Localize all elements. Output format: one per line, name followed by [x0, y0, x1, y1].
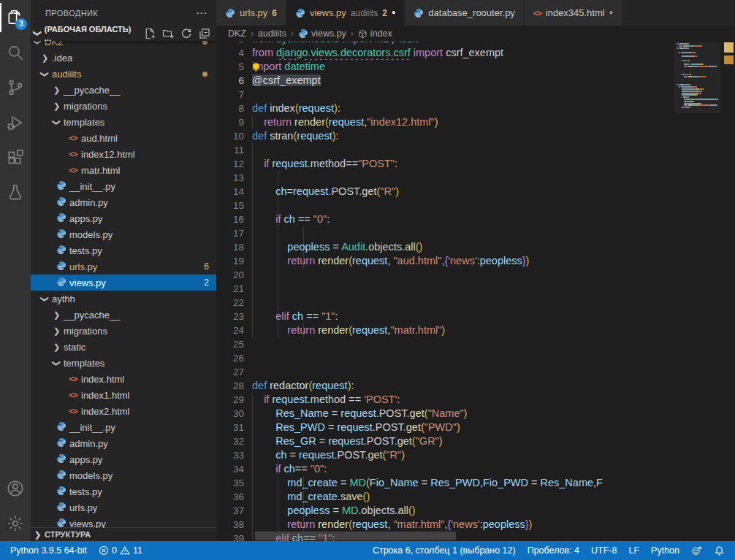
tree-item-models-py[interactable]: models.py: [31, 467, 216, 483]
line-number[interactable]: 25: [216, 337, 244, 351]
code-line-34[interactable]: 34 if ch== "0":: [216, 462, 722, 476]
code-line-9[interactable]: 9 return render(request,"index12.html"): [216, 115, 722, 129]
code-line-31[interactable]: 31 Res_PWD = request.POST.get("PWD"): [216, 421, 722, 434]
new-file-icon[interactable]: [144, 28, 156, 39]
line-number[interactable]: 14: [216, 185, 244, 199]
tree-item-tests-py[interactable]: tests.py: [31, 483, 216, 499]
indentation-status[interactable]: Пробелов: 4: [522, 541, 585, 560]
tree-item-apps-py[interactable]: apps.py: [31, 451, 216, 467]
settings-activity-icon[interactable]: [0, 506, 31, 541]
breadcrumb-item-dkz[interactable]: DKZ: [228, 28, 246, 39]
line-number[interactable]: 27: [216, 365, 244, 379]
tree-item--init-py[interactable]: __init__.py: [31, 178, 216, 194]
code-line-36[interactable]: 36 md_create.save(): [216, 490, 722, 504]
line-number[interactable]: 6: [216, 74, 244, 88]
accounts-activity-icon[interactable]: [0, 471, 31, 506]
tree-item--idea[interactable]: ❯.idea: [31, 50, 216, 66]
line-number[interactable]: 10: [216, 129, 244, 143]
python-interpreter-status[interactable]: Python 3.9.5 64-bit: [4, 541, 93, 560]
breadcrumb-item-audiiits[interactable]: audiiits: [258, 28, 286, 39]
tree-item-tests-py[interactable]: tests.py: [31, 242, 216, 258]
horizontal-scrollbar[interactable]: [255, 532, 456, 540]
line-number[interactable]: 31: [216, 421, 244, 434]
line-number[interactable]: 21: [216, 282, 244, 296]
tree-item-templates[interactable]: ❯templates: [31, 114, 216, 130]
line-number[interactable]: 8: [216, 101, 244, 115]
feedback-button[interactable]: [685, 541, 708, 560]
tree-item-audiiits[interactable]: ❯audiiits: [31, 66, 216, 82]
encoding-status[interactable]: UTF-8: [585, 541, 622, 560]
line-number[interactable]: 5: [216, 60, 244, 74]
breadcrumb-item-views-py[interactable]: views.py: [298, 28, 346, 39]
line-number[interactable]: 13: [216, 171, 244, 185]
tree-item-templates[interactable]: ❯templates: [31, 355, 216, 371]
breadcrumb-item-index[interactable]: index: [358, 28, 392, 39]
code-line-38[interactable]: 38 return render(request, "matr.html",{'…: [216, 518, 722, 532]
tree-item--init-py[interactable]: __init__.py: [31, 419, 216, 435]
tree-item-urls-py[interactable]: urls.py6: [31, 258, 216, 275]
lightbulb-icon[interactable]: [251, 61, 262, 72]
line-number[interactable]: 18: [216, 240, 244, 254]
outline-section-header[interactable]: ❯ СТРУКТУРА: [31, 528, 216, 541]
code-line-12[interactable]: 12 if request.method=="POST":: [216, 157, 722, 171]
line-number[interactable]: 11: [216, 143, 244, 157]
unsaved-dot[interactable]: ●: [392, 9, 395, 16]
tree-item-apps-py[interactable]: apps.py: [31, 210, 216, 226]
collapse-all-icon[interactable]: [199, 28, 210, 39]
code-line-5[interactable]: 5import datetime: [216, 60, 722, 74]
line-number[interactable]: 7: [216, 88, 244, 101]
code-line-28[interactable]: 28def redactor(request):: [216, 379, 722, 393]
tree-item--pycache-[interactable]: ❯__pycache__: [31, 82, 216, 98]
line-number[interactable]: 15: [216, 199, 244, 212]
tab-views-py[interactable]: views.pyaudiiits2●: [286, 0, 405, 26]
tree-item-index12-html[interactable]: <>index12.html: [31, 146, 216, 162]
tree-item-views-py[interactable]: views.py: [31, 515, 216, 528]
tab-database-roouter-py[interactable]: database_roouter.py: [405, 0, 525, 26]
line-number[interactable]: 35: [216, 476, 244, 490]
code-line-14[interactable]: 14 ch=request.POST.get("R"): [216, 185, 722, 199]
tree-item-static[interactable]: ❯static: [31, 339, 216, 355]
search-activity-icon[interactable]: [0, 35, 31, 70]
code-line-18[interactable]: 18 peopless = Audit.objects.all(): [216, 240, 722, 254]
code-line-17[interactable]: 17: [216, 226, 722, 240]
tree-item-views-py[interactable]: views.py2: [31, 275, 216, 291]
problems-status[interactable]: 0 11: [93, 541, 148, 560]
line-number[interactable]: 19: [216, 254, 244, 268]
code-line-27[interactable]: 27: [216, 365, 722, 379]
line-number[interactable]: 20: [216, 268, 244, 282]
refresh-icon[interactable]: [180, 28, 192, 39]
code-line-15[interactable]: 15: [216, 199, 722, 212]
tree-item-admin-py[interactable]: admin.py: [31, 194, 216, 210]
code-line-4[interactable]: 4from django.views.decorators.csrf impor…: [216, 46, 722, 60]
line-number[interactable]: 23: [216, 310, 244, 323]
code-line-13[interactable]: 13: [216, 171, 722, 185]
line-number[interactable]: 28: [216, 379, 244, 393]
workspace-section-header[interactable]: ❯ (РАБОЧАЯ ОБЛАСТЬ) ...: [31, 26, 216, 41]
code-line-10[interactable]: 10def stran(request):: [216, 129, 722, 143]
tree-item-index2-html[interactable]: <>index2.html: [31, 403, 216, 419]
overview-ruler[interactable]: [723, 0, 735, 541]
extensions-activity-icon[interactable]: [0, 140, 31, 175]
line-number[interactable]: 24: [216, 323, 244, 337]
tree-item-matr-html[interactable]: <>matr.html: [31, 162, 216, 178]
line-number[interactable]: 32: [216, 434, 244, 448]
tree-item--pycache-[interactable]: ❯__pycache__: [31, 307, 216, 323]
code-line-6[interactable]: 6@csrf_exempt: [216, 74, 722, 88]
new-folder-icon[interactable]: [162, 28, 174, 39]
language-mode-status[interactable]: Python: [645, 541, 685, 560]
line-number[interactable]: 12: [216, 157, 244, 171]
code-line-24[interactable]: 24 return render(request,"matr.html"): [216, 323, 722, 337]
code-line-25[interactable]: 25: [216, 337, 722, 351]
code-line-29[interactable]: 29 if request.method == 'POST':: [216, 393, 722, 407]
code-line-22[interactable]: 22: [216, 296, 722, 310]
tree-item-admin-py[interactable]: admin.py: [31, 435, 216, 451]
line-number[interactable]: 9: [216, 115, 244, 129]
code-area[interactable]: 3from aythh.models import MD,Audit4from …: [216, 0, 735, 541]
minimap[interactable]: [674, 26, 720, 541]
code-line-16[interactable]: 16 if ch == "0":: [216, 212, 722, 226]
line-number[interactable]: 17: [216, 226, 244, 240]
code-line-7[interactable]: 7: [216, 88, 722, 101]
code-line-32[interactable]: 32 Res_GR = request.POST.get("GR"): [216, 434, 722, 448]
line-number[interactable]: 37: [216, 504, 244, 518]
code-line-35[interactable]: 35 md_create = MD(Fio_Name = Res_PWD,Fio…: [216, 476, 722, 490]
